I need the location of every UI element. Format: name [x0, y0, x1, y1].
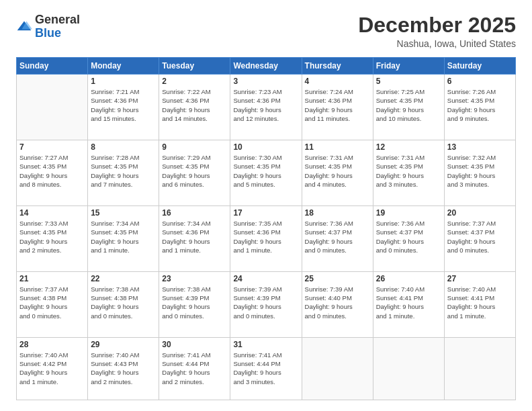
day-info: Sunrise: 7:27 AM Sunset: 4:35 PM Dayligh… [19, 153, 85, 189]
day-number: 28 [19, 340, 85, 349]
day-number: 4 [305, 77, 370, 86]
calendar-day-header: Friday [373, 58, 444, 75]
day-number: 30 [162, 340, 227, 349]
day-info: Sunrise: 7:40 AM Sunset: 4:41 PM Dayligh… [376, 285, 441, 320]
day-number: 8 [91, 142, 156, 152]
calendar-week-row: 1Sunrise: 7:21 AM Sunset: 4:36 PM Daylig… [17, 75, 516, 140]
day-number: 12 [376, 142, 441, 152]
day-info: Sunrise: 7:21 AM Sunset: 4:36 PM Dayligh… [91, 87, 156, 123]
calendar-day-header: Saturday [444, 58, 515, 75]
day-info: Sunrise: 7:32 AM Sunset: 4:35 PM Dayligh… [447, 153, 513, 189]
day-info: Sunrise: 7:37 AM Sunset: 4:37 PM Dayligh… [447, 219, 513, 255]
day-number: 6 [447, 77, 513, 86]
day-number: 7 [19, 142, 85, 152]
calendar-cell: 28Sunrise: 7:40 AM Sunset: 4:42 PM Dayli… [17, 337, 88, 400]
day-number: 2 [162, 77, 227, 86]
day-info: Sunrise: 7:31 AM Sunset: 4:35 PM Dayligh… [305, 153, 370, 189]
calendar-cell: 16Sunrise: 7:34 AM Sunset: 4:36 PM Dayli… [159, 205, 230, 271]
calendar-cell [302, 337, 373, 400]
calendar-cell: 8Sunrise: 7:28 AM Sunset: 4:35 PM Daylig… [88, 140, 159, 206]
calendar-cell: 7Sunrise: 7:27 AM Sunset: 4:35 PM Daylig… [17, 140, 88, 206]
logo: General Blue [16, 13, 80, 40]
day-info: Sunrise: 7:26 AM Sunset: 4:35 PM Dayligh… [447, 87, 513, 123]
calendar-day-header: Sunday [17, 58, 88, 75]
calendar-week-row: 7Sunrise: 7:27 AM Sunset: 4:35 PM Daylig… [17, 140, 516, 206]
day-number: 22 [91, 274, 156, 283]
calendar-cell: 4Sunrise: 7:24 AM Sunset: 4:36 PM Daylig… [302, 75, 373, 140]
day-number: 15 [91, 208, 156, 218]
day-info: Sunrise: 7:22 AM Sunset: 4:36 PM Dayligh… [162, 87, 227, 123]
day-info: Sunrise: 7:36 AM Sunset: 4:37 PM Dayligh… [376, 219, 441, 255]
calendar-day-header: Monday [88, 58, 159, 75]
calendar-week-row: 14Sunrise: 7:33 AM Sunset: 4:35 PM Dayli… [17, 205, 516, 271]
calendar-cell: 20Sunrise: 7:37 AM Sunset: 4:37 PM Dayli… [444, 205, 515, 271]
day-info: Sunrise: 7:33 AM Sunset: 4:35 PM Dayligh… [19, 219, 85, 255]
calendar-cell: 25Sunrise: 7:39 AM Sunset: 4:40 PM Dayli… [302, 271, 373, 337]
calendar-cell: 23Sunrise: 7:38 AM Sunset: 4:39 PM Dayli… [159, 271, 230, 337]
day-number: 9 [162, 142, 227, 152]
calendar-header-row: SundayMondayTuesdayWednesdayThursdayFrid… [17, 58, 516, 75]
calendar-cell: 2Sunrise: 7:22 AM Sunset: 4:36 PM Daylig… [159, 75, 230, 140]
day-info: Sunrise: 7:40 AM Sunset: 4:43 PM Dayligh… [91, 351, 156, 386]
month-title: December 2025 [358, 13, 516, 37]
header: General Blue December 2025 Nashua, Iowa,… [16, 13, 516, 49]
day-info: Sunrise: 7:39 AM Sunset: 4:39 PM Dayligh… [233, 285, 298, 320]
day-number: 20 [447, 208, 513, 218]
calendar-cell [444, 337, 515, 400]
day-number: 5 [376, 77, 441, 86]
day-info: Sunrise: 7:40 AM Sunset: 4:42 PM Dayligh… [19, 351, 85, 386]
day-number: 21 [19, 274, 85, 283]
calendar-cell: 1Sunrise: 7:21 AM Sunset: 4:36 PM Daylig… [88, 75, 159, 140]
location: Nashua, Iowa, United States [358, 38, 516, 49]
calendar-cell: 18Sunrise: 7:36 AM Sunset: 4:37 PM Dayli… [302, 205, 373, 271]
day-info: Sunrise: 7:29 AM Sunset: 4:35 PM Dayligh… [162, 153, 227, 189]
day-info: Sunrise: 7:41 AM Sunset: 4:44 PM Dayligh… [162, 351, 227, 386]
logo-blue: Blue [35, 26, 61, 40]
day-number: 11 [305, 142, 370, 152]
calendar-cell: 6Sunrise: 7:26 AM Sunset: 4:35 PM Daylig… [444, 75, 515, 140]
day-number: 17 [233, 208, 298, 218]
day-info: Sunrise: 7:34 AM Sunset: 4:36 PM Dayligh… [162, 219, 227, 255]
calendar-cell: 10Sunrise: 7:30 AM Sunset: 4:35 PM Dayli… [230, 140, 302, 206]
day-number: 10 [233, 142, 298, 152]
day-number: 16 [162, 208, 227, 218]
calendar-cell: 11Sunrise: 7:31 AM Sunset: 4:35 PM Dayli… [302, 140, 373, 206]
calendar-day-header: Wednesday [230, 58, 302, 75]
calendar-cell: 5Sunrise: 7:25 AM Sunset: 4:35 PM Daylig… [373, 75, 444, 140]
day-info: Sunrise: 7:39 AM Sunset: 4:40 PM Dayligh… [305, 285, 370, 320]
logo-general: General [35, 13, 80, 26]
calendar-cell: 24Sunrise: 7:39 AM Sunset: 4:39 PM Dayli… [230, 271, 302, 337]
calendar-cell [17, 75, 88, 140]
calendar-week-row: 28Sunrise: 7:40 AM Sunset: 4:42 PM Dayli… [17, 337, 516, 400]
day-number: 25 [305, 274, 370, 283]
day-info: Sunrise: 7:23 AM Sunset: 4:36 PM Dayligh… [233, 87, 298, 123]
day-info: Sunrise: 7:38 AM Sunset: 4:39 PM Dayligh… [162, 285, 227, 320]
calendar-cell: 29Sunrise: 7:40 AM Sunset: 4:43 PM Dayli… [88, 337, 159, 400]
day-info: Sunrise: 7:38 AM Sunset: 4:38 PM Dayligh… [91, 285, 156, 320]
calendar-cell: 12Sunrise: 7:31 AM Sunset: 4:35 PM Dayli… [373, 140, 444, 206]
calendar-cell: 19Sunrise: 7:36 AM Sunset: 4:37 PM Dayli… [373, 205, 444, 271]
calendar-cell: 14Sunrise: 7:33 AM Sunset: 4:35 PM Dayli… [17, 205, 88, 271]
calendar-week-row: 21Sunrise: 7:37 AM Sunset: 4:38 PM Dayli… [17, 271, 516, 337]
page: General Blue December 2025 Nashua, Iowa,… [0, 0, 532, 411]
day-info: Sunrise: 7:34 AM Sunset: 4:35 PM Dayligh… [91, 219, 156, 255]
day-info: Sunrise: 7:31 AM Sunset: 4:35 PM Dayligh… [376, 153, 441, 189]
calendar-cell: 15Sunrise: 7:34 AM Sunset: 4:35 PM Dayli… [88, 205, 159, 271]
day-info: Sunrise: 7:40 AM Sunset: 4:41 PM Dayligh… [447, 285, 513, 320]
calendar-cell: 26Sunrise: 7:40 AM Sunset: 4:41 PM Dayli… [373, 271, 444, 337]
day-number: 29 [91, 340, 156, 349]
calendar-cell: 9Sunrise: 7:29 AM Sunset: 4:35 PM Daylig… [159, 140, 230, 206]
day-number: 31 [233, 340, 298, 349]
calendar-cell: 13Sunrise: 7:32 AM Sunset: 4:35 PM Dayli… [444, 140, 515, 206]
day-info: Sunrise: 7:36 AM Sunset: 4:37 PM Dayligh… [305, 219, 370, 255]
calendar-cell: 21Sunrise: 7:37 AM Sunset: 4:38 PM Dayli… [17, 271, 88, 337]
day-info: Sunrise: 7:37 AM Sunset: 4:38 PM Dayligh… [19, 285, 85, 320]
calendar-day-header: Tuesday [159, 58, 230, 75]
logo-icon [16, 19, 32, 35]
day-info: Sunrise: 7:41 AM Sunset: 4:44 PM Dayligh… [233, 351, 298, 386]
calendar-cell: 3Sunrise: 7:23 AM Sunset: 4:36 PM Daylig… [230, 75, 302, 140]
calendar-table: SundayMondayTuesdayWednesdayThursdayFrid… [16, 57, 516, 400]
day-info: Sunrise: 7:30 AM Sunset: 4:35 PM Dayligh… [233, 153, 298, 189]
day-number: 14 [19, 208, 85, 218]
calendar-cell: 17Sunrise: 7:35 AM Sunset: 4:36 PM Dayli… [230, 205, 302, 271]
